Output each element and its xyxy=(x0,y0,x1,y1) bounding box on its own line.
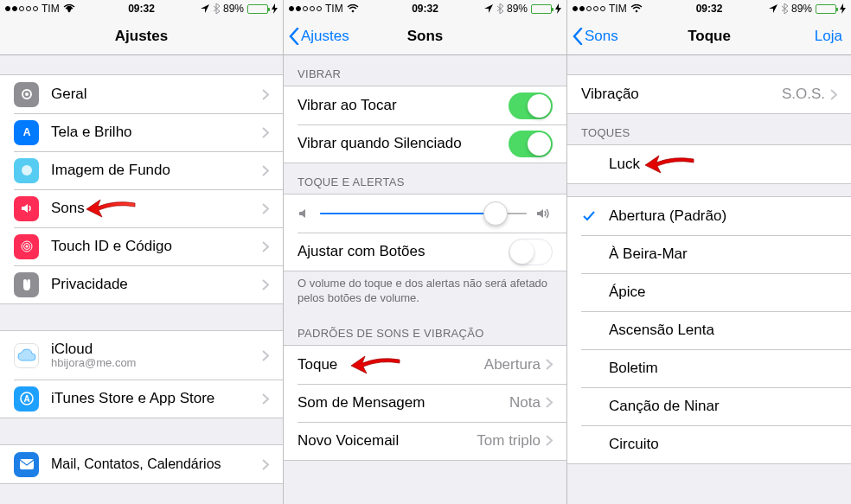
chevron-right-icon xyxy=(546,359,553,370)
row-vibrar-silenciado[interactable]: Vibrar quando Silenciado xyxy=(284,124,566,163)
row-toque-abertura[interactable]: Abertura (Padrão) xyxy=(567,197,851,235)
row-privacidade[interactable]: Privacidade xyxy=(0,265,283,303)
settings-group-2: iCloud hbijora@me.com A iTunes Store e A… xyxy=(0,330,283,418)
row-appstore[interactable]: A iTunes Store e App Store xyxy=(0,380,283,418)
bluetooth-icon xyxy=(496,3,503,14)
row-tela-brilho[interactable]: A Tela e Brilho xyxy=(0,113,283,151)
brightness-icon: A xyxy=(14,120,39,145)
carrier-label: TIM xyxy=(609,3,627,15)
chevron-right-icon xyxy=(262,203,269,214)
toggle-ajustar-botoes[interactable] xyxy=(509,239,553,265)
charging-icon xyxy=(555,3,561,14)
row-toque-ascensao[interactable]: Ascensão Lenta xyxy=(567,311,851,349)
chevron-left-icon xyxy=(573,28,583,45)
svg-point-11 xyxy=(351,10,354,13)
bluetooth-icon xyxy=(781,3,788,14)
row-label: Mail, Contatos, Calendários xyxy=(51,456,262,472)
row-label: Touch ID e Código xyxy=(51,238,262,255)
svg-point-0 xyxy=(67,10,70,13)
row-label: Ascensão Lenta xyxy=(609,322,837,339)
row-label: Vibrar ao Tocar xyxy=(298,97,509,114)
wifi-icon xyxy=(630,4,643,13)
header-vibrar: VIBRAR xyxy=(284,55,566,86)
svg-point-4 xyxy=(22,165,32,175)
row-toque-cancao[interactable]: Canção de Ninar xyxy=(567,387,851,425)
toggle-vibrar-tocar[interactable] xyxy=(509,93,553,119)
battery-pct: 89% xyxy=(791,3,812,15)
row-label: Novo Voicemail xyxy=(298,432,477,450)
row-detail: Tom triplo xyxy=(477,432,541,450)
wifi-icon xyxy=(347,4,359,13)
status-bar: TIM 09:32 89% xyxy=(567,0,851,17)
settings-group-1: Geral A Tela e Brilho Imagem de Fundo So… xyxy=(0,74,283,304)
row-som-mensagem[interactable]: Som de Mensagem Nota xyxy=(284,384,566,422)
row-label: Circuito xyxy=(609,436,837,453)
row-label: Vibração xyxy=(581,86,782,103)
volume-high-icon xyxy=(535,207,553,220)
row-label: Imagem de Fundo xyxy=(51,162,262,179)
row-ajustar-botoes[interactable]: Ajustar com Botões xyxy=(284,233,566,271)
row-label: iTunes Store e App Store xyxy=(51,390,262,407)
volume-slider[interactable] xyxy=(320,213,527,214)
footer-toque-alertas: O volume do toque e dos alertas não será… xyxy=(284,271,566,315)
row-toque-circuito[interactable]: Circuito xyxy=(567,425,851,463)
nav-right-button[interactable]: Loja xyxy=(815,28,842,45)
nav-bar: Sons Toque Loja xyxy=(567,17,851,55)
sound-icon xyxy=(14,196,39,221)
row-label: Geral xyxy=(51,86,262,103)
toggle-vibrar-silenciado[interactable] xyxy=(509,131,553,157)
chevron-left-icon xyxy=(289,28,299,45)
wallpaper-icon xyxy=(14,158,39,183)
battery-pct: 89% xyxy=(223,3,244,15)
appstore-icon: A xyxy=(14,386,39,411)
row-toque-apice[interactable]: Ápice xyxy=(567,273,851,311)
svg-point-12 xyxy=(635,10,637,13)
svg-text:A: A xyxy=(23,394,29,404)
location-icon xyxy=(201,4,209,13)
battery-icon xyxy=(247,4,268,14)
row-label: Ápice xyxy=(609,284,837,301)
header-padroes: PADRÕES DE SONS E VIBRAÇÃO xyxy=(284,315,566,345)
row-toque-luck[interactable]: Luck xyxy=(567,145,851,183)
row-volume-slider[interactable] xyxy=(284,195,566,233)
row-label: Tela e Brilho xyxy=(51,124,262,141)
battery-icon xyxy=(816,4,836,14)
chevron-right-icon xyxy=(262,279,269,290)
battery-icon xyxy=(531,4,552,14)
row-detail: Nota xyxy=(509,394,541,411)
row-detail: S.O.S. xyxy=(782,86,825,103)
row-mail[interactable]: Mail, Contatos, Calendários xyxy=(0,445,283,483)
screen-toque: TIM 09:32 89% Sons Toque Loja xyxy=(567,0,851,504)
row-vibracao[interactable]: Vibração S.O.S. xyxy=(567,75,851,113)
row-toque-boletim[interactable]: Boletim xyxy=(567,349,851,387)
header-toque-alertas: TOQUE E ALERTAS xyxy=(284,163,566,194)
row-imagem-fundo[interactable]: Imagem de Fundo xyxy=(0,151,283,189)
screen-sons: TIM 09:32 89% Ajustes Sons VIBRAR xyxy=(284,0,567,504)
row-touchid[interactable]: Touch ID e Código xyxy=(0,227,283,265)
chevron-right-icon xyxy=(830,89,837,100)
volume-low-icon xyxy=(298,207,311,220)
chevron-right-icon xyxy=(262,393,269,405)
nav-back-button[interactable]: Ajustes xyxy=(289,28,349,45)
row-vibrar-tocar[interactable]: Vibrar ao Tocar xyxy=(284,86,566,124)
hand-icon xyxy=(14,272,39,297)
chevron-right-icon xyxy=(546,397,553,408)
row-label: À Beira-Mar xyxy=(609,246,837,263)
nav-back-label: Sons xyxy=(585,28,618,45)
nav-back-button[interactable]: Sons xyxy=(573,28,618,45)
row-toque[interactable]: Toque Abertura xyxy=(284,346,566,384)
chevron-right-icon xyxy=(546,435,553,446)
row-label: Som de Mensagem xyxy=(298,394,509,411)
row-novo-voicemail[interactable]: Novo Voicemail Tom triplo xyxy=(284,422,566,460)
row-icloud[interactable]: iCloud hbijora@me.com xyxy=(0,331,283,380)
row-sons[interactable]: Sons xyxy=(0,189,283,227)
charging-icon xyxy=(840,3,846,14)
status-time: 09:32 xyxy=(696,3,723,15)
row-geral[interactable]: Geral xyxy=(0,75,283,113)
nav-title: Toque xyxy=(688,28,731,45)
status-time: 09:32 xyxy=(128,3,155,15)
svg-rect-10 xyxy=(20,459,34,469)
nav-bar: Ajustes xyxy=(0,17,283,55)
chevron-right-icon xyxy=(262,165,269,176)
row-toque-beiramar[interactable]: À Beira-Mar xyxy=(567,235,851,273)
